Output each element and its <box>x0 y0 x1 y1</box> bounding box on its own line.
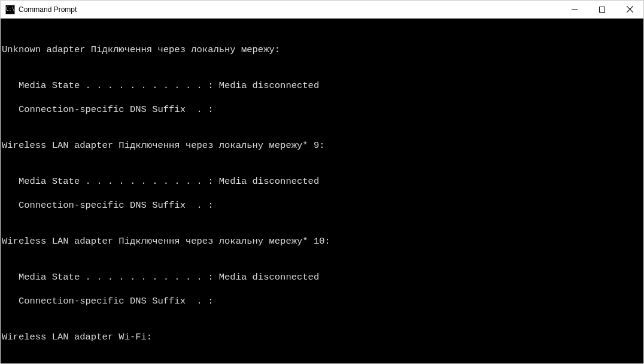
output-line: Connection-specific DNS Suffix . : <box>2 104 643 116</box>
output-line: Wireless LAN adapter Wi-Fi: <box>2 331 643 343</box>
output-line: Connection-specific DNS Suffix . : <box>2 199 643 211</box>
titlebar: C:\ Command Prompt <box>1 1 643 19</box>
output-line: Media State . . . . . . . . . . . : Medi… <box>2 80 643 92</box>
output-line: Media State . . . . . . . . . . . : Medi… <box>2 175 643 187</box>
command-prompt-icon: C:\ <box>5 5 15 14</box>
terminal-output[interactable]: Unknown adapter Підключення через локаль… <box>1 19 643 363</box>
output-line: Wireless LAN adapter Підключення через л… <box>2 235 643 247</box>
minimize-button[interactable] <box>561 1 588 18</box>
svg-rect-1 <box>600 7 605 12</box>
window-controls <box>561 1 643 18</box>
close-button[interactable] <box>616 1 643 18</box>
window-title: Command Prompt <box>19 5 561 14</box>
maximize-button[interactable] <box>588 1 616 18</box>
output-line: Wireless LAN adapter Підключення через л… <box>2 139 643 151</box>
output-line: Unknown adapter Підключення через локаль… <box>2 44 643 56</box>
output-line: Connection-specific DNS Suffix . : <box>2 295 643 307</box>
output-line: Media State . . . . . . . . . . . : Medi… <box>2 271 643 283</box>
